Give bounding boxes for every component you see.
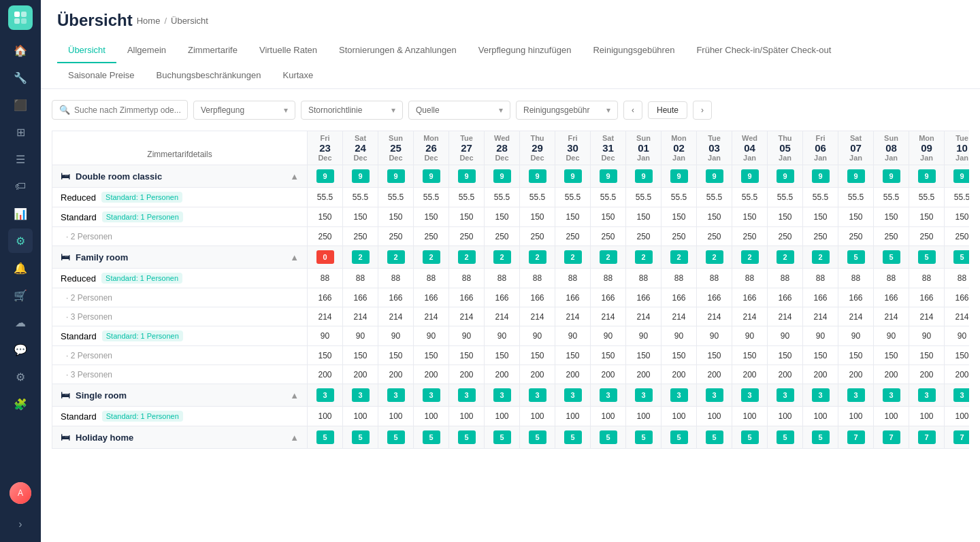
- price-cell-1-1-13[interactable]: 166: [768, 288, 803, 307]
- price-cell-0-1-13[interactable]: 150: [768, 207, 803, 227]
- sidebar-icon-list[interactable]: ☰: [8, 147, 33, 171]
- price-cell-1-3-8[interactable]: 90: [591, 326, 626, 346]
- price-cell-0-0-8[interactable]: 55.5: [591, 188, 626, 207]
- price-cell-1-1-15[interactable]: 166: [838, 288, 874, 307]
- price-cell-1-0-3[interactable]: 88: [414, 269, 449, 288]
- avail-cell-0-14[interactable]: 9: [803, 165, 838, 188]
- storno-filter[interactable]: Stornorichtlinie ▾: [301, 101, 403, 120]
- avail-cell-2-11[interactable]: 3: [697, 384, 732, 407]
- price-cell-0-0-7[interactable]: 55.5: [555, 188, 591, 207]
- price-cell-1-5-7[interactable]: 200: [555, 365, 591, 384]
- price-cell-1-3-7[interactable]: 90: [555, 326, 591, 346]
- price-cell-1-5-9[interactable]: 200: [626, 365, 662, 384]
- sidebar-icon-bell[interactable]: 🔔: [8, 256, 33, 280]
- price-cell-0-1-12[interactable]: 150: [732, 207, 768, 227]
- price-cell-2-0-18[interactable]: 100: [945, 407, 970, 426]
- price-cell-2-0-16[interactable]: 100: [874, 407, 909, 426]
- price-cell-1-4-8[interactable]: 150: [591, 346, 626, 365]
- prev-date-button[interactable]: ‹: [623, 101, 642, 120]
- avail-cell-3-11[interactable]: 5: [697, 426, 732, 449]
- price-cell-1-3-10[interactable]: 90: [662, 326, 697, 346]
- price-cell-1-0-8[interactable]: 88: [591, 269, 626, 288]
- avail-cell-3-4[interactable]: 5: [449, 426, 485, 449]
- avail-cell-3-12[interactable]: 5: [732, 426, 768, 449]
- avail-cell-2-7[interactable]: 3: [555, 384, 591, 407]
- price-cell-1-4-5[interactable]: 150: [485, 346, 520, 365]
- price-cell-0-2-15[interactable]: 250: [838, 227, 874, 246]
- avail-cell-2-9[interactable]: 3: [626, 384, 662, 407]
- price-cell-2-0-9[interactable]: 100: [626, 407, 662, 426]
- avail-cell-1-15[interactable]: 5: [838, 246, 874, 269]
- price-cell-1-0-15[interactable]: 88: [838, 269, 874, 288]
- avail-cell-1-4[interactable]: 2: [449, 246, 485, 269]
- price-cell-0-0-4[interactable]: 55.5: [449, 188, 485, 207]
- price-cell-1-4-13[interactable]: 150: [768, 346, 803, 365]
- price-cell-1-5-15[interactable]: 200: [838, 365, 874, 384]
- avail-cell-3-8[interactable]: 5: [591, 426, 626, 449]
- price-cell-1-4-17[interactable]: 150: [909, 346, 945, 365]
- price-cell-1-4-9[interactable]: 150: [626, 346, 662, 365]
- avail-cell-3-1[interactable]: 5: [343, 426, 378, 449]
- price-cell-1-4-12[interactable]: 150: [732, 346, 768, 365]
- price-cell-1-1-2[interactable]: 166: [378, 288, 414, 307]
- next-date-button[interactable]: ›: [693, 101, 712, 120]
- price-cell-0-2-8[interactable]: 250: [591, 227, 626, 246]
- price-cell-1-2-9[interactable]: 214: [626, 307, 662, 326]
- tab-zimmertarife[interactable]: Zimmertarife: [177, 38, 248, 63]
- expand-icon[interactable]: ▲: [290, 252, 299, 262]
- tab-stornierungen---anzahlungen[interactable]: Stornierungen & Anzahlungen: [328, 38, 468, 63]
- price-cell-1-2-14[interactable]: 214: [803, 307, 838, 326]
- price-cell-1-1-11[interactable]: 166: [697, 288, 732, 307]
- sidebar-icon-settings[interactable]: ⚙: [8, 228, 33, 253]
- avail-cell-2-10[interactable]: 3: [662, 384, 697, 407]
- price-cell-1-3-5[interactable]: 90: [485, 326, 520, 346]
- price-cell-1-2-16[interactable]: 214: [874, 307, 909, 326]
- price-cell-1-5-4[interactable]: 200: [449, 365, 485, 384]
- price-cell-0-2-1[interactable]: 250: [343, 227, 378, 246]
- avail-cell-1-9[interactable]: 2: [626, 246, 662, 269]
- price-cell-2-0-4[interactable]: 100: [449, 407, 485, 426]
- price-cell-0-0-14[interactable]: 55.5: [803, 188, 838, 207]
- avail-cell-1-0[interactable]: 0: [308, 246, 343, 269]
- avail-cell-0-0[interactable]: 9: [308, 165, 343, 188]
- avail-cell-0-7[interactable]: 9: [555, 165, 591, 188]
- price-cell-1-0-2[interactable]: 88: [378, 269, 414, 288]
- price-cell-1-2-3[interactable]: 214: [414, 307, 449, 326]
- price-cell-0-0-11[interactable]: 55.5: [697, 188, 732, 207]
- price-cell-1-2-2[interactable]: 214: [378, 307, 414, 326]
- avail-cell-1-5[interactable]: 2: [485, 246, 520, 269]
- price-cell-1-5-16[interactable]: 200: [874, 365, 909, 384]
- price-cell-1-4-4[interactable]: 150: [449, 346, 485, 365]
- price-cell-1-5-12[interactable]: 200: [732, 365, 768, 384]
- avail-cell-2-3[interactable]: 3: [414, 384, 449, 407]
- price-cell-1-0-14[interactable]: 88: [803, 269, 838, 288]
- price-cell-2-0-8[interactable]: 100: [591, 407, 626, 426]
- price-cell-0-2-9[interactable]: 250: [626, 227, 662, 246]
- sidebar-icon-grid[interactable]: ⊞: [8, 120, 33, 144]
- search-input[interactable]: [74, 105, 180, 115]
- avail-cell-0-17[interactable]: 9: [909, 165, 945, 188]
- avail-cell-2-16[interactable]: 3: [874, 384, 909, 407]
- price-cell-1-4-7[interactable]: 150: [555, 346, 591, 365]
- price-cell-1-4-16[interactable]: 150: [874, 346, 909, 365]
- avail-cell-0-10[interactable]: 9: [662, 165, 697, 188]
- avail-cell-0-13[interactable]: 9: [768, 165, 803, 188]
- price-cell-0-2-10[interactable]: 250: [662, 227, 697, 246]
- sidebar-icon-message[interactable]: 💬: [8, 337, 33, 362]
- avail-cell-2-17[interactable]: 3: [909, 384, 945, 407]
- price-cell-1-0-1[interactable]: 88: [343, 269, 378, 288]
- user-avatar[interactable]: A: [10, 482, 31, 504]
- price-cell-2-0-2[interactable]: 100: [378, 407, 414, 426]
- price-cell-1-1-12[interactable]: 166: [732, 288, 768, 307]
- sidebar-icon-tag[interactable]: 🏷: [8, 174, 33, 199]
- price-cell-1-2-8[interactable]: 214: [591, 307, 626, 326]
- price-cell-0-0-18[interactable]: 55.5: [945, 188, 970, 207]
- avail-cell-3-18[interactable]: 7: [945, 426, 970, 449]
- price-cell-0-1-18[interactable]: 150: [945, 207, 970, 227]
- price-cell-0-2-5[interactable]: 250: [485, 227, 520, 246]
- avail-cell-3-10[interactable]: 5: [662, 426, 697, 449]
- avail-cell-3-0[interactable]: 5: [308, 426, 343, 449]
- avail-cell-2-15[interactable]: 3: [838, 384, 874, 407]
- today-button[interactable]: Heute: [648, 101, 687, 119]
- price-cell-1-2-11[interactable]: 214: [697, 307, 732, 326]
